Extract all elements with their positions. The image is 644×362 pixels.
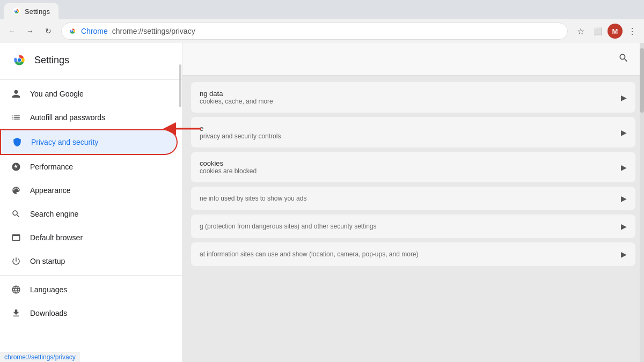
arrow-icon-ads: ▶ bbox=[621, 194, 627, 203]
settings-card-cookies[interactable]: cookies cookies are blocked ▶ bbox=[191, 152, 635, 182]
toolbar-right: ☆ ⬜ M ⋮ bbox=[573, 24, 640, 39]
settings-card-subtitle-security: privacy and security controls bbox=[200, 132, 617, 140]
sidebar-label-appearance: Appearance bbox=[30, 186, 71, 195]
sidebar-label-search-engine: Search engine bbox=[30, 210, 78, 218]
profile-button[interactable]: M bbox=[608, 24, 623, 39]
sidebar-item-default-browser[interactable]: Default browser bbox=[0, 226, 178, 249]
page-content: Settings You and Google Autofill and pas… bbox=[0, 43, 644, 362]
sidebar-label-default-browser: Default browser bbox=[30, 233, 83, 242]
menu-button[interactable]: ⋮ bbox=[625, 24, 640, 39]
active-tab[interactable]: Settings bbox=[4, 3, 58, 19]
main-content: ng data cookies, cache, and more ▶ e pri… bbox=[182, 43, 644, 362]
back-icon: ← bbox=[8, 27, 16, 35]
sidebar-label-on-startup: On startup bbox=[30, 257, 65, 265]
search-icon-main bbox=[618, 53, 629, 66]
settings-card-title-browsing-data: ng data bbox=[200, 90, 617, 98]
main-header bbox=[182, 43, 644, 76]
arrow-icon-security: ▶ bbox=[621, 128, 627, 137]
settings-card-title-cookies: cookies bbox=[200, 159, 617, 167]
settings-card-text-ads: ne info used by sites to show you ads bbox=[200, 195, 617, 202]
settings-search-button[interactable] bbox=[614, 49, 633, 69]
bookmark-icon: ☆ bbox=[577, 26, 584, 36]
address-prefix: Chrome bbox=[81, 27, 108, 35]
sidebar-item-you-and-google[interactable]: You and Google bbox=[0, 82, 178, 106]
browser-window: Settings ← → ↻ Chrome chrome://settings/… bbox=[0, 0, 644, 43]
settings-list: ng data cookies, cache, and more ▶ e pri… bbox=[182, 76, 644, 272]
sidebar-divider-middle bbox=[0, 275, 182, 276]
settings-card-security[interactable]: e privacy and security controls ▶ bbox=[191, 117, 635, 147]
tab-favicon bbox=[13, 8, 20, 15]
settings-card-text-cookies: cookies cookies are blocked bbox=[200, 159, 617, 175]
settings-card-text-security: e privacy and security controls bbox=[200, 124, 617, 140]
status-bar: chrome://settings/privacy bbox=[0, 352, 80, 362]
settings-card-subtitle-cookies: cookies are blocked bbox=[200, 167, 617, 175]
sidebar-item-downloads[interactable]: Downloads bbox=[0, 301, 178, 325]
status-url: chrome://settings/privacy bbox=[4, 353, 76, 361]
sidebar-item-languages[interactable]: Languages bbox=[0, 278, 178, 301]
sidebar-label-autofill: Autofill and passwords bbox=[30, 113, 105, 122]
palette-icon bbox=[11, 185, 21, 196]
person-icon bbox=[11, 88, 21, 99]
settings-card-safe-browsing[interactable]: g (protection from dangerous sites) and … bbox=[191, 215, 635, 238]
main-scrollbar-thumb bbox=[640, 48, 644, 113]
sidebar-divider-top bbox=[0, 79, 182, 80]
sidebar-scroll-thumb bbox=[179, 64, 181, 107]
settings-card-text-safe-browsing: g (protection from dangerous sites) and … bbox=[200, 223, 617, 230]
download-icon bbox=[11, 308, 21, 319]
settings-card-site-settings[interactable]: at information sites can use and show (l… bbox=[191, 242, 635, 266]
settings-card-subtitle-safe-browsing: g (protection from dangerous sites) and … bbox=[200, 223, 617, 230]
arrow-icon-safe-browsing: ▶ bbox=[621, 222, 627, 231]
settings-card-browsing-data[interactable]: ng data cookies, cache, and more ▶ bbox=[191, 82, 635, 113]
sidebar-item-search-engine[interactable]: Search engine bbox=[0, 202, 178, 226]
extensions-button[interactable]: ⬜ bbox=[590, 24, 605, 39]
shield-icon bbox=[12, 137, 23, 147]
arrow-icon-browsing-data: ▶ bbox=[621, 93, 627, 102]
bookmark-button[interactable]: ☆ bbox=[573, 24, 588, 39]
settings-card-text-browsing-data: ng data cookies, cache, and more bbox=[200, 90, 617, 105]
reload-icon: ↻ bbox=[45, 27, 52, 35]
sidebar-label-you-and-google: You and Google bbox=[30, 90, 84, 98]
chrome-logo-address bbox=[68, 27, 77, 35]
forward-button[interactable]: → bbox=[23, 24, 38, 39]
sidebar-label-downloads: Downloads bbox=[30, 309, 67, 317]
settings-card-title-security: e bbox=[200, 124, 617, 132]
settings-card-subtitle-browsing-data: cookies, cache, and more bbox=[200, 98, 617, 105]
forward-icon: → bbox=[26, 27, 34, 35]
main-scrollbar[interactable] bbox=[640, 43, 644, 362]
settings-card-subtitle-ads: ne info used by sites to show you ads bbox=[200, 195, 617, 202]
profile-initial: M bbox=[612, 27, 618, 35]
globe-icon bbox=[11, 284, 21, 295]
browser-icon bbox=[11, 232, 21, 243]
sidebar-label-performance: Performance bbox=[30, 162, 73, 171]
sidebar-item-appearance[interactable]: Appearance bbox=[0, 179, 178, 202]
sidebar-scrollbar[interactable] bbox=[179, 43, 182, 362]
arrow-icon-cookies: ▶ bbox=[621, 163, 627, 172]
svg-point-4 bbox=[71, 30, 73, 32]
sidebar-item-performance[interactable]: Performance bbox=[0, 155, 178, 179]
sidebar-header: Settings bbox=[0, 43, 182, 77]
search-icon bbox=[11, 209, 21, 219]
address-text: chrome://settings/privacy bbox=[112, 27, 195, 35]
toolbar: ← → ↻ Chrome chrome://settings/privacy ☆ bbox=[0, 19, 644, 43]
sidebar-item-autofill[interactable]: Autofill and passwords bbox=[0, 106, 178, 129]
tab-title: Settings bbox=[25, 8, 50, 16]
tab-bar: Settings bbox=[0, 0, 644, 19]
google-logo bbox=[11, 51, 28, 69]
extensions-icon: ⬜ bbox=[594, 27, 602, 35]
sidebar-label-privacy: Privacy and security bbox=[31, 138, 98, 146]
svg-point-6 bbox=[18, 58, 21, 62]
arrow-icon-site-settings: ▶ bbox=[621, 250, 627, 258]
sidebar-item-privacy[interactable]: Privacy and security bbox=[0, 129, 178, 155]
svg-point-2 bbox=[16, 11, 18, 12]
gauge-icon bbox=[11, 161, 21, 172]
settings-card-text-site-settings: at information sites can use and show (l… bbox=[200, 250, 617, 258]
sidebar: Settings You and Google Autofill and pas… bbox=[0, 43, 182, 362]
address-bar[interactable]: Chrome chrome://settings/privacy bbox=[61, 23, 568, 40]
back-button[interactable]: ← bbox=[4, 24, 19, 39]
reload-button[interactable]: ↻ bbox=[41, 24, 56, 39]
menu-icon: ⋮ bbox=[628, 26, 636, 36]
sidebar-title: Settings bbox=[34, 55, 69, 66]
settings-card-ads[interactable]: ne info used by sites to show you ads ▶ bbox=[191, 187, 635, 210]
sidebar-item-on-startup[interactable]: On startup bbox=[0, 249, 178, 273]
list-icon bbox=[11, 112, 21, 123]
